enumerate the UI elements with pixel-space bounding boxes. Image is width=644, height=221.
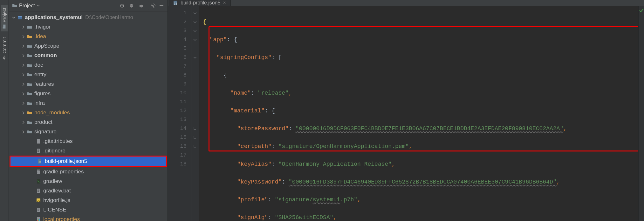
editor-tabs: {o} build-profile.json5 × [168, 0, 644, 6]
tree-file[interactable]: LICENSE [9, 205, 168, 215]
tree-item-label: entry [33, 71, 46, 78]
close-icon[interactable]: × [223, 0, 226, 6]
svg-point-4 [122, 5, 123, 6]
tree-folder[interactable]: node_modules [9, 108, 168, 117]
chevron-right-icon [20, 54, 26, 57]
tree-folder[interactable]: AppScope [9, 41, 168, 51]
sidebar-title[interactable]: Project [11, 3, 41, 9]
tree-folder[interactable]: figures [9, 89, 168, 98]
locate-button[interactable] [118, 2, 126, 10]
file-icon [35, 217, 42, 221]
tree-item-label: AppScope [33, 43, 59, 49]
folder-icon [26, 63, 33, 68]
line-number: 7 [168, 62, 187, 71]
tree-folder[interactable]: entry [9, 70, 168, 79]
svg-rect-20 [38, 171, 38, 171]
tree-item-label: .gitattributes [42, 138, 73, 144]
tree-item-label: doc [33, 62, 43, 68]
left-tool-strip: Project Commit [0, 0, 9, 221]
folder-icon [26, 120, 33, 125]
tree-file[interactable]: local.properties [9, 215, 168, 221]
svg-rect-6 [160, 5, 163, 6]
fold-toggle[interactable] [191, 26, 199, 35]
tree-item-label: LICENSE [42, 207, 66, 213]
tree-file[interactable]: JShvigorfile.js [9, 196, 168, 205]
svg-rect-11 [38, 141, 39, 141]
commit-icon [2, 55, 7, 60]
tree-folder[interactable]: .idea [9, 32, 168, 41]
tree-item-label: .idea [33, 33, 46, 40]
tree-file[interactable]: {o}build-profile.json5 [10, 157, 166, 166]
fold-toggle[interactable] [191, 9, 199, 17]
tree-folder[interactable]: doc [9, 60, 168, 70]
folder-icon [26, 24, 33, 30]
fold-toggle[interactable] [191, 53, 199, 62]
module-icon [17, 15, 24, 20]
folder-icon [26, 34, 33, 39]
folder-icon [26, 129, 33, 134]
tree-folder[interactable]: common [9, 51, 168, 60]
tree-item-label: build-profile.json5 [44, 158, 87, 164]
tree-folder[interactable]: product [9, 117, 168, 127]
file-icon [35, 139, 42, 144]
svg-text:JS: JS [37, 199, 40, 202]
tree-folder[interactable]: .hvigor [9, 22, 168, 32]
tree-root[interactable]: applications_systemui D:\Code\OpenHarmo [9, 13, 168, 22]
editor-tab-build-profile[interactable]: {o} build-profile.json5 × [168, 0, 231, 6]
left-tab-project[interactable]: Project [1, 5, 8, 31]
svg-point-5 [152, 5, 154, 6]
svg-rect-27 [38, 190, 39, 190]
svg-rect-22 [38, 171, 40, 171]
svg-rect-16 [38, 151, 39, 152]
tree-item-label: .hvigor [33, 24, 51, 30]
code-editor[interactable]: { "app": { "signingConfigs": [ { "name":… [199, 6, 638, 221]
svg-rect-21 [38, 172, 38, 172]
fold-toggle[interactable] [191, 35, 199, 44]
folder-icon [26, 53, 33, 58]
tree-file[interactable]: gradlew.bat [9, 186, 168, 196]
tree-item-label: hvigorfile.js [42, 197, 70, 204]
editor-area: {o} build-profile.json5 × 1 2 3 4 5 6 7 … [168, 0, 644, 221]
fold-toggle[interactable] [191, 17, 199, 26]
tree-item-label: features [33, 81, 54, 87]
line-number: 14 [168, 124, 187, 133]
collapse-all-button[interactable] [137, 2, 145, 10]
tree-folder[interactable]: features [9, 79, 168, 89]
chevron-down-icon [37, 4, 40, 7]
line-number: 9 [168, 80, 187, 89]
chevron-right-icon [20, 25, 26, 29]
svg-rect-12 [38, 142, 39, 142]
svg-rect-28 [38, 191, 39, 191]
tree-item-label: gradlew.bat [42, 188, 71, 194]
chevron-right-icon [20, 111, 26, 115]
line-number: 16 [168, 142, 187, 151]
line-number: 11 [168, 97, 187, 106]
editor-tab-label: build-profile.json5 [181, 0, 220, 6]
folder-icon [26, 110, 33, 115]
settings-button[interactable] [148, 2, 156, 10]
chevron-down-icon [11, 16, 17, 19]
svg-rect-38 [38, 219, 39, 221]
svg-rect-35 [38, 211, 39, 211]
line-gutter[interactable]: 1 2 3 4 5 6 7 8 9 10 11 12 13 14 15 16 1… [168, 6, 191, 221]
file-icon [35, 188, 42, 193]
folder-icon [26, 72, 33, 77]
project-tree[interactable]: applications_systemui D:\Code\OpenHarmo … [9, 11, 168, 221]
tree-file[interactable]: .gitattributes [9, 137, 168, 146]
tree-file[interactable]: .gitignore [9, 146, 168, 156]
svg-rect-33 [38, 209, 39, 209]
tree-item-label: signature [33, 129, 57, 135]
left-tab-project-label: Project [2, 8, 7, 23]
tree-folder[interactable]: signature [9, 127, 168, 137]
left-tab-commit[interactable]: Commit [1, 35, 8, 63]
tree-file[interactable]: >_gradlew [9, 177, 168, 186]
tree-item-label: figures [33, 90, 51, 97]
hide-button[interactable] [157, 2, 166, 10]
line-number: 12 [168, 106, 187, 115]
tree-file[interactable]: gradle.properties [9, 167, 168, 177]
line-number: 15 [168, 133, 187, 142]
tree-folder[interactable]: infra [9, 98, 168, 108]
expand-all-button[interactable] [127, 2, 136, 10]
fold-end [191, 124, 199, 133]
gear-icon [151, 3, 156, 8]
